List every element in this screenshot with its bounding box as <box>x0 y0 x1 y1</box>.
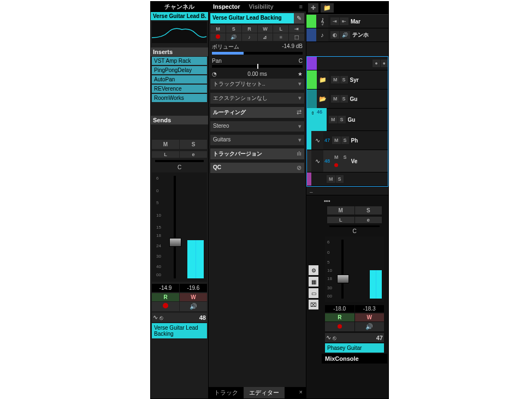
track-color[interactable] <box>307 70 317 89</box>
volume-value[interactable]: -14.9 dB <box>282 43 303 51</box>
routing-section-header[interactable]: ルーティング⇄ <box>210 107 304 118</box>
mute-button[interactable]: M <box>152 140 179 149</box>
track-color[interactable]: ⩇46 <box>307 108 327 131</box>
insert-slot[interactable]: AutoPan <box>152 75 207 84</box>
solo-button[interactable]: S <box>336 175 344 183</box>
inspector-menu-icon[interactable]: ≡ <box>296 2 306 11</box>
track-btn[interactable]: ● <box>373 59 380 67</box>
fader-cap[interactable] <box>169 238 181 247</box>
track-row-selected[interactable]: ∿ 48 MS Ve <box>307 150 388 172</box>
mute-button[interactable]: M <box>331 76 340 84</box>
monitor-button[interactable]: 🔊 <box>226 33 241 41</box>
track-name[interactable]: Ph <box>351 138 358 144</box>
mute-button[interactable]: M <box>332 153 341 161</box>
collapse-button[interactable]: – <box>306 189 388 195</box>
record-arm-button[interactable] <box>210 33 226 41</box>
track-row[interactable]: ∿ 47 MS Ph <box>307 131 388 150</box>
track-name[interactable]: Gu <box>348 117 356 123</box>
mute-button[interactable]: M <box>332 136 341 144</box>
write-automation-button[interactable]: W <box>180 293 207 301</box>
solo-button[interactable]: S <box>338 116 346 123</box>
add-track-button[interactable]: ✚ <box>308 3 318 13</box>
track-row[interactable]: MS <box>307 172 388 186</box>
mute-button[interactable]: M <box>331 95 340 103</box>
write-automation-button[interactable]: W <box>355 313 385 321</box>
freeze-button[interactable]: ⇥ <box>289 25 304 33</box>
edit-button[interactable]: e <box>355 217 382 223</box>
record-arm-button[interactable] <box>325 322 354 331</box>
add-folder-button[interactable]: 📁 <box>321 3 334 13</box>
edit-button[interactable]: e <box>180 151 207 158</box>
read-automation-button[interactable]: R <box>152 293 179 301</box>
tab-mixconsole[interactable]: MixConsole <box>322 354 387 364</box>
track-preset-selector[interactable]: トラックプリセット..▾ <box>210 79 304 90</box>
qc-section-header[interactable]: QC⊘ <box>210 163 304 173</box>
write-button[interactable]: W <box>258 25 273 33</box>
input-routing-selector[interactable]: Stereo▾ <box>210 121 304 132</box>
record-arm-button[interactable] <box>152 302 179 311</box>
tab-track[interactable]: トラック <box>209 387 244 398</box>
insert-slot[interactable]: RoomWorks <box>152 94 207 102</box>
track-color[interactable] <box>307 172 311 186</box>
insert-slot[interactable]: REVerence <box>152 85 207 93</box>
fader-cap[interactable] <box>337 275 349 283</box>
pan-value[interactable]: C <box>151 164 208 170</box>
record-arm-button[interactable] <box>332 162 340 169</box>
track-name[interactable]: Ve <box>351 158 358 164</box>
solo-button[interactable]: S <box>341 153 349 161</box>
track-name[interactable]: テンホ <box>352 31 369 39</box>
mute-button[interactable]: M <box>329 116 338 123</box>
track-row[interactable]: ⩇46 MS Gu <box>307 109 388 131</box>
pan-value[interactable]: C <box>299 58 303 64</box>
track-color[interactable] <box>307 90 317 108</box>
mix-side-button[interactable]: ▦ <box>309 277 318 287</box>
track-row[interactable]: 𝄞 ⇥⇤ Mar <box>306 15 388 28</box>
mute-button[interactable]: M <box>210 25 226 33</box>
read-automation-button[interactable]: R <box>325 313 354 321</box>
sends-header[interactable]: Sends <box>151 116 208 124</box>
close-button[interactable]: × <box>296 387 306 398</box>
solo-button[interactable]: S <box>180 140 207 149</box>
track-row[interactable]: ♪ ◐🔊 テンホ <box>306 28 388 42</box>
channel-name-field[interactable]: Verse Guitar Lead Backing <box>152 323 207 338</box>
delay-value[interactable]: 0.00 ms <box>247 71 267 77</box>
monitor-button[interactable]: 🔊 <box>355 322 385 331</box>
extension-selector[interactable]: エクステンションなし▾ <box>210 93 304 104</box>
star-icon[interactable]: ★ <box>298 71 303 77</box>
track-color[interactable] <box>306 15 316 28</box>
track-color[interactable] <box>307 131 311 150</box>
track-btn[interactable]: ⇥ <box>330 17 339 25</box>
track-row[interactable]: 📂 MS Gu <box>307 90 388 109</box>
inspector-track-name[interactable]: Verse Guitar Lead Backing <box>210 13 294 23</box>
mix-side-button[interactable]: ▭ <box>309 288 318 298</box>
mute-button[interactable]: M <box>327 206 354 215</box>
listen-button[interactable]: L <box>327 217 354 223</box>
track-name[interactable]: Gu <box>350 96 358 102</box>
mix-side-button[interactable]: ⌧ <box>309 300 318 309</box>
solo-button[interactable]: S <box>341 136 349 144</box>
output-routing-selector[interactable]: Guitars▾ <box>210 135 304 145</box>
listen-button[interactable]: L <box>273 25 288 33</box>
track-color[interactable] <box>307 57 317 70</box>
mix-side-button[interactable]: ⚙ <box>309 265 318 275</box>
inplace-button[interactable]: ⬚ <box>289 33 304 41</box>
lock-button[interactable]: ≡ <box>273 33 288 41</box>
insert-slot[interactable]: VST Amp Rack <box>152 57 207 65</box>
solo-button[interactable]: S <box>340 95 348 103</box>
solo-button[interactable]: S <box>340 76 348 84</box>
eq-curve-display[interactable] <box>152 21 207 43</box>
musical-mode-button[interactable]: ♪ <box>242 33 257 41</box>
listen-button[interactable]: L <box>152 151 179 158</box>
solo-button[interactable]: S <box>226 25 241 33</box>
track-color[interactable] <box>306 28 316 41</box>
tab-visibility[interactable]: Visibility <box>245 2 278 11</box>
track-row[interactable]: ●● <box>307 57 388 70</box>
track-row[interactable]: 📁 MS Syr <box>307 70 388 90</box>
pan-value[interactable]: C <box>322 228 387 234</box>
link-icon[interactable]: ⎋ <box>159 314 163 321</box>
volume-slider[interactable] <box>212 52 303 55</box>
tab-editor[interactable]: エディター <box>244 387 285 398</box>
link-icon[interactable]: ⎋ <box>333 335 336 341</box>
mix-menu-button[interactable]: ••• <box>322 196 387 205</box>
inserts-header[interactable]: Inserts <box>151 47 208 56</box>
